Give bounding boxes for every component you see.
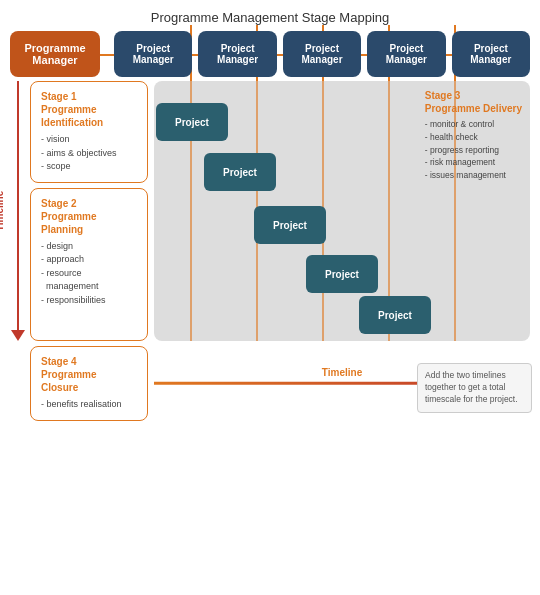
page-title: Programme Management Stage Mapping (0, 0, 540, 31)
project-block-5: Project (359, 296, 431, 334)
stage3-items: - monitor & control - health check - pro… (425, 118, 522, 182)
note-box: Add the two timelines together to get a … (417, 363, 532, 413)
proj-manager-1: ProjectManager (114, 31, 192, 77)
proj-manager-5: ProjectManager (452, 31, 530, 77)
stage1-box: Stage 1ProgrammeIdentification - vision-… (30, 81, 148, 183)
stage3-label: Stage 3Programme Delivery - monitor & co… (425, 89, 522, 182)
project-label-4: Project (325, 269, 359, 280)
project-label-5: Project (378, 310, 412, 321)
stage4-items: - benefits realisation (41, 398, 137, 412)
stage1-title: Stage 1ProgrammeIdentification (41, 90, 137, 129)
project-label-2: Project (223, 167, 257, 178)
project-label-3: Project (273, 220, 307, 231)
proj-manager-2: ProjectManager (198, 31, 276, 77)
timeline-label-bottom: Timeline (322, 367, 362, 378)
project-manager-row: ProjectManager ProjectManager ProjectMan… (114, 31, 530, 77)
stage2-title: Stage 2ProgrammePlanning (41, 197, 137, 236)
proj-manager-3: ProjectManager (283, 31, 361, 77)
stage4-title: Stage 4ProgrammeClosure (41, 355, 137, 394)
project-block-3: Project (254, 206, 326, 244)
stage4-box: Stage 4ProgrammeClosure - benefits reali… (30, 346, 148, 421)
project-block-4: Project (306, 255, 378, 293)
note-text: Add the two timelines together to get a … (425, 370, 518, 404)
programme-manager-box: Programme Manager (10, 31, 100, 77)
stage2-box: Stage 2ProgrammePlanning - design- appro… (30, 188, 148, 342)
project-label-1: Project (175, 117, 209, 128)
stage2-items: - design- approach- resource management-… (41, 240, 137, 308)
stage1-items: - vision- aims & objectives- scope (41, 133, 137, 174)
stage3-title: Stage 3Programme Delivery (425, 89, 522, 115)
proj-manager-4: ProjectManager (367, 31, 445, 77)
project-block-2: Project (204, 153, 276, 191)
timeline-label-left: Timeline (0, 191, 5, 231)
project-block-1: Project (156, 103, 228, 141)
